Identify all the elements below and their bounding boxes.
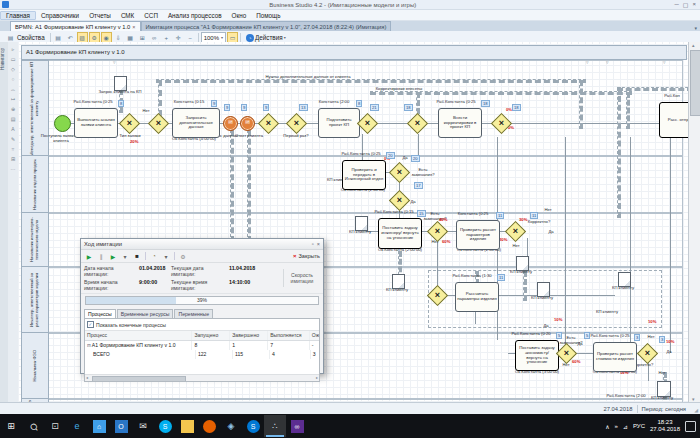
visual-studio-icon[interactable]: ∞	[286, 415, 308, 437]
palette-tool[interactable]: ▭	[9, 55, 17, 63]
store-icon[interactable]: ⌂	[88, 415, 110, 437]
swimlane-header[interactable]: Начальник инженерно- технического отдела	[21, 212, 49, 268]
document-node[interactable]	[114, 76, 127, 91]
speed-caret[interactable]: ▾	[120, 251, 130, 262]
close-simulation-button[interactable]: ×Закрыть	[293, 253, 320, 259]
start-button[interactable]: ⊞	[0, 415, 22, 437]
task-node[interactable]: Подготовить проект КП	[318, 108, 360, 138]
task-node[interactable]: Рассчитать параметры изделия	[455, 282, 499, 312]
document-node[interactable]	[657, 381, 671, 397]
task-node[interactable]: Выполнить анализ заявки клиента	[74, 108, 118, 138]
language-indicator[interactable]: РУС	[633, 423, 645, 429]
sim-tab[interactable]: Процессы	[84, 309, 116, 318]
maximize-button[interactable]: ▢	[683, 1, 689, 8]
task-node[interactable]: Поставить задачу инженеру/ вернуть на ут…	[378, 218, 422, 249]
palette-tool[interactable]: ○	[9, 75, 17, 83]
column-header[interactable]: Процесс	[85, 331, 192, 340]
play-button[interactable]: ▶	[84, 251, 94, 262]
column-header[interactable]: Завершено	[230, 331, 268, 340]
document-tab[interactable]: BPMN: А1 Формирование КП клиенту v 1.0×	[10, 21, 141, 31]
dialog-title-bar[interactable]: Ход имитации ▫ ×	[81, 239, 323, 250]
menu-item[interactable]: СМК	[116, 12, 139, 19]
skype-business-icon[interactable]: S	[242, 415, 264, 437]
checkbox[interactable]: ✓	[87, 321, 94, 328]
menu-item[interactable]: Анализ процессов	[163, 12, 227, 19]
menu-item[interactable]: Главная	[0, 11, 36, 20]
firefox-icon[interactable]	[198, 415, 220, 437]
tray-chevron-icon[interactable]: ∧	[605, 423, 609, 430]
swimlane-header[interactable]: О. за кл. пр.	[21, 398, 49, 402]
palette-tool[interactable]: ⌗	[9, 145, 17, 153]
task-node[interactable]: Проверить и передать в Инженерный отдел	[342, 160, 386, 190]
swimlane-header[interactable]: Начальник ФЭО	[21, 332, 49, 400]
column-header[interactable]: Запущено	[192, 331, 230, 340]
pause-button[interactable]: ∥	[96, 251, 106, 262]
timer-caret[interactable]: ▾	[161, 251, 171, 262]
document-node[interactable]	[355, 216, 368, 231]
outlook-icon[interactable]: O	[110, 415, 132, 437]
start-event[interactable]	[54, 115, 71, 132]
document-node[interactable]	[618, 272, 631, 287]
document-node[interactable]	[392, 274, 405, 289]
task-node[interactable]: Запросить дополнительные данные	[172, 108, 220, 138]
sim-tab[interactable]: Переменные	[174, 309, 213, 318]
task-node[interactable]: Проверить расчет параметров изделия	[456, 220, 500, 250]
close-icon[interactable]: ×	[317, 241, 320, 247]
close-button[interactable]: ×	[692, 1, 696, 8]
menu-item[interactable]: Отчеты	[84, 12, 116, 19]
edge-icon[interactable]: e	[66, 415, 88, 437]
menu-item[interactable]: Помощь	[251, 12, 285, 19]
task-node[interactable]: Внести корректировки в проект КП	[438, 108, 482, 138]
settings-button[interactable]: ⚙	[178, 251, 188, 262]
task-node[interactable]: Расс. отпр. у/пр.	[659, 102, 688, 138]
scrollbar-thumb[interactable]	[690, 50, 700, 116]
palette-tool[interactable]: ⊕	[9, 105, 17, 113]
message-event[interactable]	[240, 116, 255, 131]
palette-tool[interactable]: ⋯	[9, 165, 17, 173]
palette-tool[interactable]: ▹	[9, 45, 17, 53]
step-button[interactable]: ▶	[108, 251, 118, 262]
network-icon[interactable]: ⊿	[623, 423, 628, 430]
stop-button[interactable]: ■	[132, 251, 142, 262]
status-period[interactable]: Период: сегодня	[642, 406, 686, 412]
column-header[interactable]: Выполняется	[268, 331, 310, 340]
business-studio-icon[interactable]: ∴	[264, 415, 286, 437]
palette-tool[interactable]: ↦	[9, 95, 17, 103]
timer-button[interactable]: ◔	[149, 251, 159, 262]
volume-icon[interactable]: »	[615, 423, 618, 429]
document-node[interactable]	[516, 256, 529, 271]
search-icon[interactable]: Ϙ	[22, 415, 44, 437]
menu-item[interactable]: Справочники	[36, 12, 84, 19]
notification-center-icon[interactable]	[685, 421, 696, 432]
skype-icon[interactable]: S	[154, 415, 176, 437]
palette-tool[interactable]: ✎	[9, 135, 17, 143]
menu-item[interactable]: Окно	[227, 12, 252, 19]
column-header[interactable]: Ожидает выпол	[310, 331, 320, 340]
app-cube-icon[interactable]: ◈	[220, 415, 242, 437]
document-tab[interactable]: Имитация процесса "А1 Формирование КП кл…	[141, 21, 392, 31]
tree-expander-icon[interactable]: ⊟	[87, 341, 91, 350]
palette-tool[interactable]: ▤	[9, 115, 17, 123]
menu-item[interactable]: ССП	[139, 12, 163, 19]
file-explorer-icon[interactable]	[176, 415, 198, 437]
palette-tool[interactable]: ⊞	[9, 155, 17, 163]
vertical-scrollbar[interactable]	[688, 42, 700, 402]
palette-tool[interactable]: A	[9, 125, 17, 133]
task-view-icon[interactable]: ⊡	[44, 415, 66, 437]
task-node[interactable]: Поставить задачу экономисту/ вернуть на …	[515, 340, 559, 371]
table-row[interactable]: ⊟А1 Формирование КП клиенту v 1.0817-	[85, 341, 320, 350]
palette-tool[interactable]: ◇	[9, 65, 17, 73]
minimize-button[interactable]: ─	[675, 1, 679, 8]
message-event[interactable]	[223, 116, 238, 131]
table-row[interactable]: ВСЕГО12211543	[85, 350, 320, 359]
document-node[interactable]	[537, 282, 550, 297]
pin-icon[interactable]: ▫	[312, 241, 314, 247]
mail-icon[interactable]: ✉	[132, 415, 154, 437]
sim-tab[interactable]: Временные ресурсы	[117, 309, 174, 318]
horizontal-scrollbar[interactable]	[85, 374, 319, 381]
taskbar-clock[interactable]: 18:2327.04.2018	[650, 419, 680, 433]
palette-tool[interactable]: ⌓	[9, 85, 17, 93]
swimlane-header[interactable]: Инженер, ответственный за расчет парамет…	[21, 266, 49, 334]
task-node[interactable]: Проверить расчет стоимости изделия	[593, 342, 637, 372]
scrollbar-thumb[interactable]	[92, 376, 186, 382]
